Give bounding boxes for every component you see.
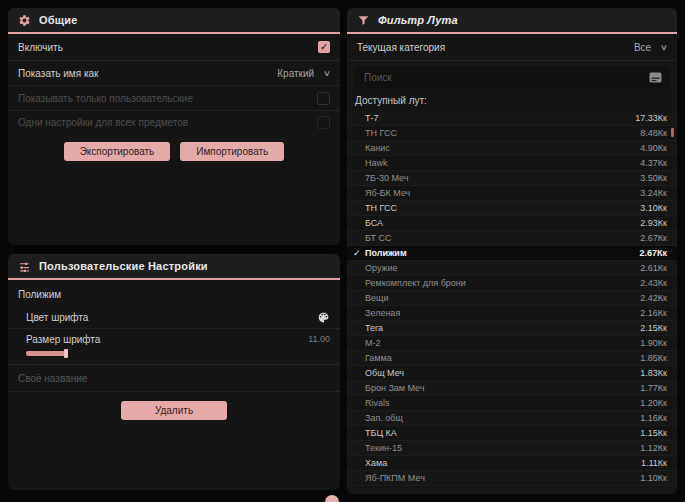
loot-item-name: Hawk (365, 158, 640, 168)
custom-name-input[interactable] (8, 365, 340, 392)
loot-row[interactable]: ✓ БСА 2.93Кк (347, 216, 677, 231)
same-settings-label: Одни настройки для всех предметов (18, 117, 188, 128)
loot-row[interactable]: ✓ Брон Зам Меч 1.77Кк (347, 381, 677, 396)
font-size-slider[interactable] (26, 349, 330, 358)
loot-row[interactable]: ✓ Яб-БК Меч 3.24Кк (347, 186, 677, 201)
loot-row[interactable]: ✓ 7Б-30 Меч 3.50Кк (347, 171, 677, 186)
loot-row[interactable]: ✓ Вещи 2.42Кк (347, 291, 677, 306)
loot-item-name: Зап. общ (365, 413, 640, 423)
loot-row[interactable]: ✓ ТН ГСС 8.48Кк (347, 126, 677, 141)
loot-row[interactable]: ✓ Оружие 2.61Кк (347, 261, 677, 276)
font-color-row[interactable]: Цвет шрифта (8, 306, 340, 329)
loot-item-name: Яб-БК Меч (365, 188, 640, 198)
loot-row[interactable]: ✓ Зап. общ 1.16Кк (347, 411, 677, 426)
slider-handle[interactable] (64, 349, 68, 358)
loot-item-name: М-2 (365, 338, 640, 348)
loot-item-name: Канис (365, 143, 640, 153)
loot-item-value: 3.24Кк (640, 188, 667, 198)
loot-row[interactable]: ✓ Хама 1.11Кк (347, 456, 677, 471)
general-panel-title: Общие (39, 14, 78, 26)
loot-row[interactable]: ✓ Общ Меч 1.83Кк (347, 366, 677, 381)
loot-row[interactable]: ✓ М-2 1.90Кк (347, 336, 677, 351)
loot-item-name: ТБЦ КА (365, 428, 640, 438)
loot-row[interactable]: ✓ Т-7 17.33Кк (347, 111, 677, 126)
loot-item-name: 7Б-30 Меч (365, 173, 640, 183)
loot-item-value: 1.11Кк (641, 458, 667, 468)
loot-item-value: 1.83Кк (640, 368, 667, 378)
loot-row[interactable]: ✓ Гамма 1.85Кк (347, 351, 677, 366)
name-mode-dropdown[interactable]: Краткий ∨ (277, 68, 330, 79)
loot-item-value: 2.61Кк (640, 263, 667, 273)
export-button[interactable]: Экспортировать (64, 142, 171, 161)
loot-item-value: 2.93Кк (640, 218, 667, 228)
loot-item-value: 1.85Кк (640, 353, 667, 363)
enable-row: Включить ✓ (8, 34, 340, 61)
loot-row[interactable]: ✓ Полижим 2.67Кк (347, 246, 677, 261)
loot-row[interactable]: ✓ ТБЦ КА 1.15Кк (347, 426, 677, 441)
font-size-slider-wrap (8, 349, 340, 365)
loot-row[interactable]: ✓ Тега 2.15Кк (347, 321, 677, 336)
same-settings-checkbox[interactable] (317, 116, 330, 129)
delete-row: Удалить (8, 392, 340, 429)
only-custom-checkbox[interactable] (317, 92, 330, 105)
category-dropdown[interactable]: Все ∨ (634, 42, 667, 53)
delete-button[interactable]: Удалить (121, 401, 227, 420)
loot-item-value: 4.37Кк (640, 158, 667, 168)
list-settings-icon[interactable] (649, 72, 662, 83)
loot-item-name: Общ Меч (365, 368, 640, 378)
loot-item-name: Ремкомплект для брони (365, 278, 640, 288)
name-mode-label: Показать имя как (18, 68, 98, 79)
slider-fill (26, 351, 66, 356)
search-input[interactable] (362, 71, 649, 84)
loot-item-value: 1.90Кк (640, 338, 667, 348)
loot-item-name: ТН ГСС (365, 128, 640, 138)
loot-filter-header: Фильтр Лута (347, 8, 677, 34)
selected-item-name: Полижим (8, 280, 340, 306)
available-loot-label: Доступный лут: (347, 92, 677, 111)
loot-item-name: Полижим (365, 248, 639, 258)
loot-row[interactable]: ✓ БТ СС 2.67Кк (347, 231, 677, 246)
user-settings-title: Пользовательские Настройки (39, 260, 208, 272)
general-panel: Общие Включить ✓ Показать имя как Кратки… (8, 8, 340, 245)
loot-item-value: 2.43Кк (640, 278, 667, 288)
name-mode-row: Показать имя как Краткий ∨ (8, 61, 340, 86)
loot-row[interactable]: ✓ Hawk 4.37Кк (347, 156, 677, 171)
enable-label: Включить (18, 42, 63, 53)
loot-item-value: 3.10Кк (640, 203, 667, 213)
loot-item-name: Яб-ПКПМ Меч (365, 473, 640, 483)
loot-item-value: 2.67Кк (640, 233, 667, 243)
loot-item-name: Гамма (365, 353, 640, 363)
loot-item-value: 1.15Кк (640, 428, 667, 438)
scrollbar-thumb[interactable] (671, 128, 674, 137)
loot-item-value: 3.50Кк (640, 173, 667, 183)
funnel-icon (357, 14, 370, 27)
name-mode-value: Краткий (277, 68, 314, 79)
category-row: Текущая категория Все ∨ (347, 34, 677, 61)
loot-row[interactable]: ✓ Канис 4.90Кк (347, 141, 677, 156)
loot-filter-title: Фильтр Лута (378, 14, 458, 26)
loot-row[interactable]: ✓ ТН ГСС 3.10Кк (347, 201, 677, 216)
loot-row[interactable]: ✓ Rivals 1.20Кк (347, 396, 677, 411)
category-value: Все (634, 42, 651, 53)
font-size-label: Размер шрифта (26, 334, 100, 345)
loot-row[interactable]: ✓ Текин-15 1.12Кк (347, 441, 677, 456)
loot-row[interactable]: ✓ Ремкомплект для брони 2.43Кк (347, 276, 677, 291)
user-settings-panel: Пользовательские Настройки Полижим Цвет … (8, 254, 340, 490)
import-button[interactable]: Импортировать (180, 142, 284, 161)
enable-checkbox[interactable]: ✓ (318, 41, 330, 53)
general-panel-header: Общие (8, 8, 340, 34)
loot-item-value: 2.16Кк (640, 308, 667, 318)
palette-icon[interactable] (317, 311, 330, 324)
loot-item-name: ТН ГСС (365, 203, 640, 213)
loot-row[interactable]: ✓ Яб-ПКПМ Меч 1.10Кк (347, 471, 677, 486)
category-label: Текущая категория (357, 42, 445, 53)
loot-item-value: 1.12Кк (640, 443, 667, 453)
search-row (355, 66, 669, 88)
loot-row[interactable]: ✓ Зеленая 2.16Кк (347, 306, 677, 321)
loot-item-value: 1.16Кк (640, 413, 667, 423)
loot-item-value: 2.67Кк (639, 248, 667, 258)
loot-list: ✓ Т-7 17.33Кк ✓ ТН ГСС 8.48Кк ✓ Канис 4.… (347, 111, 677, 486)
loot-item-value: 2.15Кк (640, 323, 667, 333)
loot-item-value: 1.77Кк (640, 383, 667, 393)
loot-item-value: 4.90Кк (640, 143, 667, 153)
